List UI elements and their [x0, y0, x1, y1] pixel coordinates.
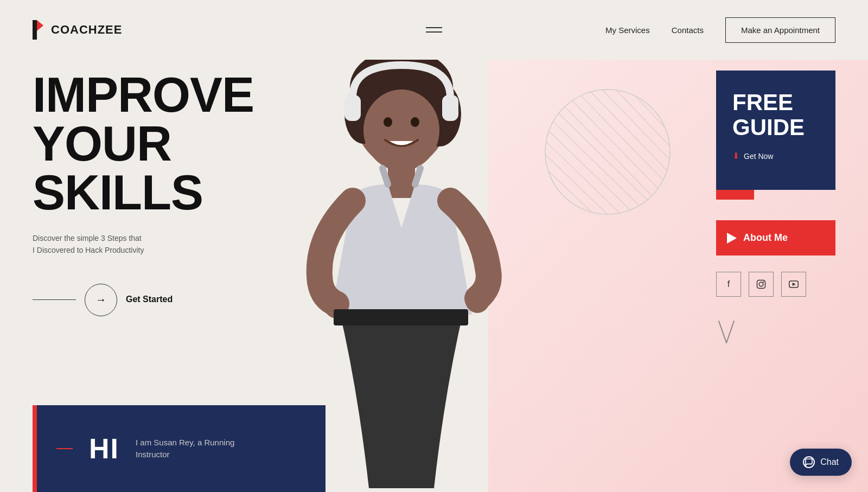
svg-line-6	[572, 87, 673, 190]
play-icon	[727, 233, 737, 244]
nav-services[interactable]: My Services	[605, 25, 650, 35]
svg-point-28	[363, 90, 439, 171]
get-started-button[interactable]: → Get Started	[33, 284, 304, 316]
youtube-symbol	[789, 280, 799, 288]
instagram-icon[interactable]	[749, 272, 774, 297]
scroll-down[interactable]	[716, 318, 835, 346]
hi-card: HI I am Susan Rey, a Running Instructor	[33, 405, 326, 492]
hi-card-accent	[33, 405, 37, 492]
nav-links: My Services Contacts Make an Appointment	[605, 17, 835, 43]
svg-point-29	[384, 117, 392, 127]
download-icon: ⬇	[732, 151, 739, 161]
hi-card-content: HI I am Susan Rey, a Running Instructor	[37, 432, 326, 465]
svg-line-12	[654, 87, 673, 108]
hero-title: IMPROVE YOUR SKILLS	[33, 71, 304, 217]
chat-icon	[803, 456, 815, 468]
svg-rect-0	[33, 20, 37, 40]
svg-rect-35	[757, 280, 765, 289]
get-now-button[interactable]: ⬇ Get Now	[732, 151, 819, 177]
svg-marker-39	[793, 283, 796, 286]
hero-subtitle: Discover the simple 3 Steps that I Disco…	[33, 232, 304, 257]
svg-line-7	[586, 87, 673, 176]
facebook-icon[interactable]: f	[716, 272, 741, 297]
free-guide-card: FREE GUIDE ⬇ Get Now	[716, 71, 835, 190]
get-started-line	[33, 299, 76, 300]
free-guide-title: FREE GUIDE	[732, 90, 819, 140]
svg-line-9	[613, 87, 673, 149]
svg-rect-34	[334, 309, 468, 325]
get-now-label: Get Now	[744, 152, 773, 161]
hi-line	[56, 448, 73, 449]
chat-label: Chat	[820, 457, 839, 467]
chat-button[interactable]: Chat	[790, 449, 852, 476]
svg-line-13	[542, 98, 665, 217]
free-guide-red-bar	[716, 190, 754, 200]
decorative-circle	[542, 87, 673, 217]
hamburger-line-2	[426, 31, 442, 33]
about-me-button[interactable]: About Me	[716, 220, 835, 255]
right-sidebar: FREE GUIDE ⬇ Get Now About Me f	[716, 71, 835, 346]
logo[interactable]: COACHZEE	[33, 18, 122, 42]
nav-contacts[interactable]: Contacts	[672, 25, 704, 35]
social-icons: f	[716, 272, 835, 297]
svg-point-30	[411, 117, 419, 127]
scroll-down-arrow	[716, 318, 737, 346]
brand-name: COACHZEE	[51, 23, 122, 37]
get-started-label: Get Started	[126, 294, 173, 305]
svg-line-4	[545, 87, 673, 217]
svg-line-8	[599, 87, 673, 163]
hi-description: I am Susan Rey, a Running Instructor	[136, 437, 234, 461]
hamburger-line-1	[426, 27, 442, 28]
arrow-circle: →	[85, 284, 117, 316]
logo-icon	[33, 18, 48, 42]
youtube-icon[interactable]	[781, 272, 806, 297]
svg-rect-27	[442, 95, 458, 121]
hamburger-menu[interactable]	[426, 27, 442, 33]
instagram-symbol	[756, 279, 766, 289]
about-me-label: About Me	[743, 232, 788, 244]
appointment-button[interactable]: Make an Appointment	[725, 17, 835, 43]
hi-greeting: HI	[89, 432, 119, 465]
svg-rect-26	[344, 95, 361, 121]
svg-point-36	[759, 282, 763, 286]
navbar: COACHZEE My Services Contacts Make an Ap…	[0, 0, 868, 60]
svg-rect-31	[388, 165, 415, 198]
svg-line-11	[640, 87, 673, 122]
svg-point-33	[465, 289, 489, 313]
hero-content: IMPROVE YOUR SKILLS Discover the simple …	[33, 71, 304, 316]
svg-point-37	[763, 282, 764, 283]
svg-marker-1	[37, 20, 43, 31]
